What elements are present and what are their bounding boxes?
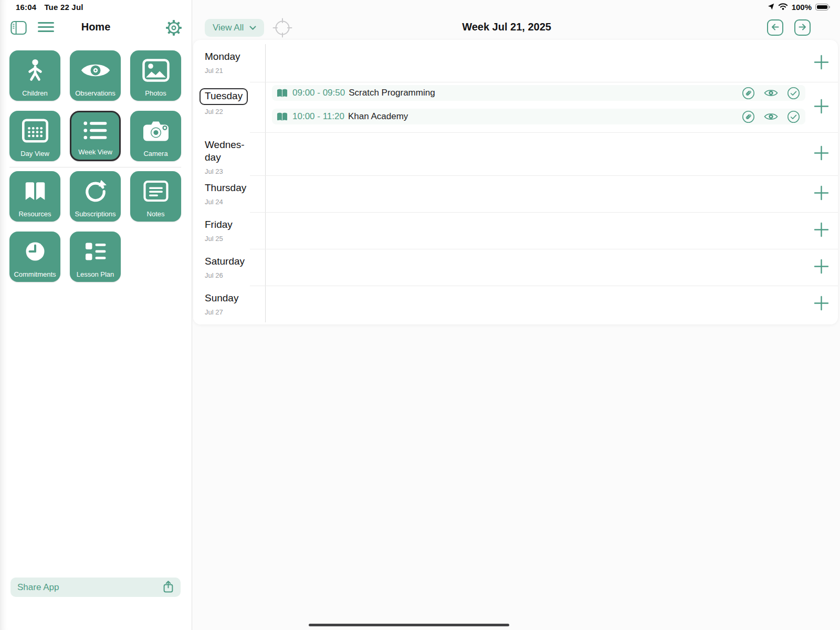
plus-icon bbox=[813, 145, 830, 163]
day-events bbox=[265, 286, 838, 322]
plus-icon bbox=[813, 222, 830, 239]
day-date: Jul 23 bbox=[205, 167, 265, 175]
day-events bbox=[265, 212, 838, 249]
plus-icon bbox=[813, 295, 830, 313]
tile-observations[interactable]: Observations bbox=[70, 50, 121, 101]
day-row-jul-27: Sunday Jul 27 bbox=[193, 286, 838, 322]
day-date: Jul 21 bbox=[205, 67, 265, 75]
day-name: Monday bbox=[205, 50, 240, 63]
day-events bbox=[265, 175, 838, 212]
tiles-section-divider bbox=[9, 167, 181, 167]
event-title: Scratch Programming bbox=[349, 88, 742, 98]
day-events bbox=[265, 44, 838, 82]
visibility-icon[interactable] bbox=[764, 112, 778, 121]
battery-percent: 100% bbox=[792, 3, 812, 12]
event-time: 10:00 - 11:20 bbox=[292, 111, 344, 122]
previous-week-button[interactable] bbox=[767, 19, 783, 36]
settings-button[interactable] bbox=[165, 19, 183, 38]
tile-camera[interactable]: Camera bbox=[130, 111, 181, 161]
wifi-icon bbox=[778, 3, 788, 12]
day-row-jul-23: Wednes­day Jul 23 bbox=[193, 132, 838, 175]
day-column: Thursday Jul 24 bbox=[193, 175, 265, 212]
tiles-grid: Children Observations Photos Day View We… bbox=[9, 50, 181, 282]
share-app-label: Share App bbox=[17, 582, 163, 593]
event-row[interactable]: 10:00 - 11:20 Khan Academy bbox=[272, 109, 805, 124]
tile-week-view[interactable]: Week View bbox=[70, 111, 121, 161]
day-name: Wednes­day bbox=[205, 139, 253, 164]
add-event-button[interactable] bbox=[812, 185, 830, 203]
day-column: Sunday Jul 27 bbox=[193, 286, 265, 322]
tile-label: Lesson Plan bbox=[70, 270, 121, 278]
event-actions bbox=[742, 110, 800, 123]
tile-photos[interactable]: Photos bbox=[130, 50, 181, 101]
add-event-button[interactable] bbox=[812, 145, 830, 163]
tile-day-view[interactable]: Day View bbox=[9, 111, 60, 161]
row-separator bbox=[250, 212, 838, 213]
add-event-button[interactable] bbox=[812, 295, 830, 313]
home-indicator[interactable] bbox=[309, 624, 509, 627]
complete-check-icon[interactable] bbox=[787, 87, 800, 100]
person-icon bbox=[9, 52, 60, 88]
book-icon bbox=[277, 112, 288, 121]
main-content: View All Week Jul 21, 2025 bbox=[192, 15, 840, 630]
attachment-icon[interactable] bbox=[742, 87, 755, 100]
week-view-card: Monday Jul 21 Tuesday Jul 22 09:00 - 09:… bbox=[193, 40, 838, 324]
day-name: Thursday bbox=[205, 182, 246, 194]
tile-lesson-plan[interactable]: Lesson Plan bbox=[70, 232, 121, 282]
event-title: Khan Academy bbox=[348, 111, 742, 122]
add-event-button[interactable] bbox=[812, 258, 830, 276]
crosshair-icon bbox=[271, 17, 293, 40]
tile-notes[interactable]: Notes bbox=[130, 171, 181, 222]
visibility-icon[interactable] bbox=[764, 88, 778, 98]
event-row[interactable]: 09:00 - 09:50 Scratch Programming bbox=[272, 85, 805, 101]
day-row-jul-22: Tuesday Jul 22 09:00 - 09:50 Scratch Pro… bbox=[193, 82, 838, 132]
page-title: Home bbox=[0, 21, 192, 33]
complete-check-icon[interactable] bbox=[787, 110, 800, 123]
tile-label: Resources bbox=[9, 210, 60, 218]
event-actions bbox=[742, 87, 800, 100]
day-row-jul-26: Saturday Jul 26 bbox=[193, 249, 838, 286]
day-column: Friday Jul 25 bbox=[193, 212, 265, 249]
day-column: Saturday Jul 26 bbox=[193, 249, 265, 286]
tile-label: Photos bbox=[130, 89, 181, 97]
status-bar: 16:04 Tue 22 Jul 100% bbox=[0, 0, 840, 15]
arrow-left-icon bbox=[771, 23, 780, 33]
add-event-button[interactable] bbox=[812, 54, 830, 72]
eye-icon bbox=[70, 52, 121, 88]
day-name: Sunday bbox=[205, 292, 238, 304]
sidebar-header: Home bbox=[0, 15, 192, 41]
sidebar: Home bbox=[0, 0, 192, 630]
tile-label: Week View bbox=[71, 148, 119, 156]
tile-subscriptions[interactable]: Subscriptions bbox=[70, 171, 121, 222]
main-header: View All Week Jul 21, 2025 bbox=[192, 15, 840, 40]
add-event-button[interactable] bbox=[812, 222, 830, 239]
day-name: Tuesday bbox=[200, 88, 248, 105]
chevron-down-icon bbox=[249, 23, 256, 33]
plus-icon bbox=[813, 258, 830, 276]
gear-icon bbox=[165, 19, 183, 38]
tile-label: Notes bbox=[130, 210, 181, 218]
location-arrow-icon bbox=[768, 3, 774, 12]
refresh-icon bbox=[70, 173, 121, 208]
status-right: 100% bbox=[768, 3, 830, 12]
row-separator bbox=[250, 286, 838, 286]
attachment-icon[interactable] bbox=[742, 110, 755, 123]
tile-children[interactable]: Children bbox=[9, 50, 60, 101]
tile-resources[interactable]: Resources bbox=[9, 171, 60, 222]
tile-commitments[interactable]: Commitments bbox=[9, 232, 60, 282]
tile-label: Children bbox=[9, 89, 60, 97]
tile-label: Observations bbox=[70, 89, 121, 97]
status-date: Tue 22 Jul bbox=[44, 3, 83, 12]
share-app-button[interactable]: Share App bbox=[10, 578, 181, 597]
plus-icon bbox=[813, 185, 830, 203]
view-all-filter-button[interactable]: View All bbox=[205, 19, 264, 37]
day-events bbox=[265, 249, 838, 286]
next-week-button[interactable] bbox=[794, 19, 811, 36]
add-event-button[interactable] bbox=[812, 98, 830, 116]
locate-today-button[interactable] bbox=[271, 17, 293, 40]
day-row-jul-24: Thursday Jul 24 bbox=[193, 175, 838, 212]
calendar-icon bbox=[9, 113, 60, 148]
bullet-list-icon bbox=[71, 114, 119, 146]
status-time: 16:04 bbox=[16, 3, 36, 12]
lesson-plan-icon bbox=[70, 234, 121, 269]
